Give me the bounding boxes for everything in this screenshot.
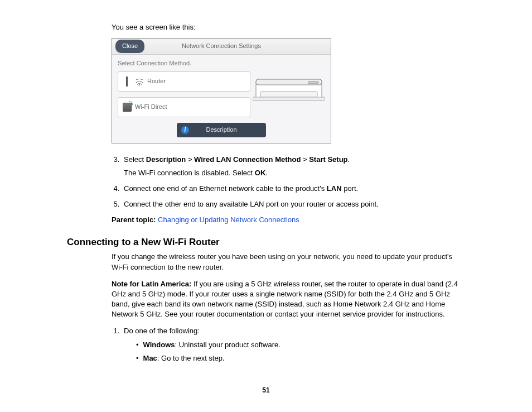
section-intro: If you change the wireless router you ha… <box>112 252 465 272</box>
parent-topic-link[interactable]: Changing or Updating Network Connections <box>158 215 299 224</box>
page-number: 51 <box>67 386 465 395</box>
step-4: Connect one end of an Ethernet network c… <box>122 184 465 194</box>
intro-text: You see a screen like this: <box>112 22 465 32</box>
parent-topic: Parent topic: Changing or Updating Netwo… <box>112 215 465 225</box>
antenna-icon <box>123 75 132 88</box>
option-router: Router <box>118 71 250 92</box>
option-wifi-direct: Wi-Fi Direct <box>118 97 250 117</box>
screenshot-title: Network Connection Settings <box>112 42 331 50</box>
screenshot-prompt: Select Connection Method. <box>118 59 325 68</box>
screenshot-header: Close Network Connection Settings <box>112 39 331 55</box>
description-button-label: Description <box>206 126 236 134</box>
note-block: Note for Latin America: If you are using… <box>112 279 465 320</box>
svg-rect-4 <box>253 97 325 100</box>
steps-list-b: Do one of the following: Windows: Uninst… <box>112 326 465 363</box>
step3-sub: The Wi-Fi connection is disabled. Select… <box>124 168 465 178</box>
step-5: Connect the other end to any available L… <box>122 199 465 209</box>
step-b1: Do one of the following: Windows: Uninst… <box>122 326 465 363</box>
close-button: Close <box>115 40 144 52</box>
option-wifi-direct-label: Wi-Fi Direct <box>135 103 167 111</box>
info-icon: i <box>181 126 189 134</box>
option-router-label: Router <box>147 77 166 85</box>
step3-bold3: Start Setup <box>309 155 347 164</box>
bullet-list: Windows: Uninstall your product software… <box>124 340 465 363</box>
step3-bold2: Wired LAN Connection Method <box>194 155 301 164</box>
description-button: i Description <box>177 123 266 137</box>
step-3: Select Description > Wired LAN Connectio… <box>122 155 465 178</box>
svg-rect-3 <box>308 82 318 84</box>
wifi-direct-icon <box>123 101 132 113</box>
bullet-windows: Windows: Uninstall your product software… <box>134 340 465 350</box>
signal-icon <box>135 75 144 88</box>
note-label: Note for Latin America: <box>112 280 191 288</box>
step3-bold1: Description <box>146 155 186 164</box>
section-heading: Connecting to a New Wi-Fi Router <box>67 236 465 249</box>
svg-rect-2 <box>260 92 317 97</box>
embedded-screenshot: Close Network Connection Settings Select… <box>112 38 331 143</box>
bullet-mac: Mac: Go to the next step. <box>134 353 465 363</box>
step3-text: Select <box>124 155 146 164</box>
printer-illustration <box>253 69 325 107</box>
steps-list-a: Select Description > Wired LAN Connectio… <box>112 155 465 210</box>
parent-topic-label: Parent topic: <box>112 215 158 224</box>
